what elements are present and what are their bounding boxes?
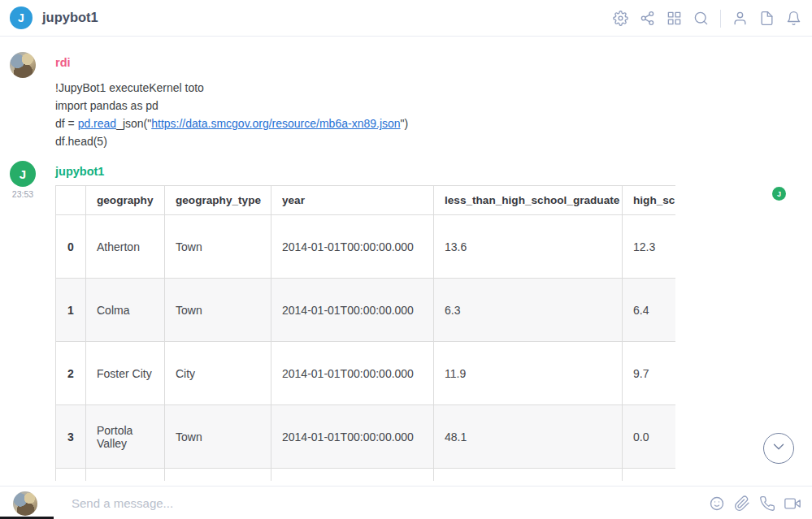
phone-icon[interactable]: [759, 495, 775, 512]
table-header-row: geography geography_type year less_than_…: [56, 186, 676, 215]
cell-year: 2014-01-01T00:00:00.000: [271, 215, 434, 279]
cell-high-school: 0.0: [623, 405, 676, 469]
cell-geography: Colma: [86, 279, 165, 342]
message-timestamp: 23:53: [10, 189, 36, 199]
emoji-icon[interactable]: [709, 495, 725, 512]
cell-less-than-hs: 48.1: [434, 405, 623, 469]
col-header-less-than-hs: less_than_high_school_graduate: [434, 186, 623, 215]
cell-year: 2014-01-01T00:00:00.000: [271, 342, 434, 405]
link-json-url[interactable]: https://data.smcgov.org/resource/mb6a-xn…: [151, 117, 400, 130]
jump-to-bottom-button[interactable]: [763, 433, 794, 464]
cell-less-than-hs: 13.6: [434, 215, 623, 279]
message-line: df = pd.read_json("https://data.smcgov.o…: [55, 115, 408, 132]
cell-geography: Foster City: [86, 342, 165, 405]
message-input[interactable]: [72, 491, 640, 514]
col-header-index: [56, 186, 86, 215]
code-text: df =: [55, 117, 78, 130]
message-author[interactable]: rdi: [55, 56, 71, 69]
cell-less-than-hs: 11.9: [434, 342, 623, 405]
bell-icon[interactable]: [786, 11, 801, 26]
dataframe-table-scroll[interactable]: geography geography_type year less_than_…: [55, 185, 675, 485]
message-body: !JupyBot1 executeKernel toto import pand…: [55, 79, 408, 150]
cell-index: 2: [56, 342, 86, 405]
self-avatar: [13, 491, 37, 516]
cell-high-school: 9.7: [623, 342, 676, 405]
message-line: df.head(5): [55, 132, 408, 150]
file-icon[interactable]: [759, 11, 775, 26]
apps-grid-icon[interactable]: [667, 11, 682, 26]
video-icon[interactable]: [784, 495, 801, 512]
col-header-geography: geography: [86, 186, 165, 215]
chat-window: J jupybot1: [0, 0, 812, 519]
message-line: !JupyBot1 executeKernel toto: [55, 79, 408, 97]
code-text: "): [401, 117, 409, 130]
cell-geography-type: Town: [165, 279, 271, 342]
cell-less-than-hs: 6.3: [434, 279, 623, 342]
channel-avatar[interactable]: J: [10, 6, 33, 29]
header-toolbar: [613, 0, 801, 37]
cell-index: 0: [56, 215, 86, 279]
channel-title: jupybot1: [42, 10, 98, 25]
channel-header: J jupybot1: [0, 0, 812, 37]
cell-geography: Portola Valley: [86, 405, 165, 469]
cell-geography-type: Town: [165, 405, 271, 469]
table-row-clipped: [56, 469, 676, 481]
bot-avatar[interactable]: J: [10, 161, 36, 187]
table-row: 2 Foster City City 2014-01-01T00:00:00.0…: [56, 342, 676, 405]
cell-index: 1: [56, 279, 86, 342]
table-row: 1 Colma Town 2014-01-01T00:00:00.000 6.3…: [56, 279, 676, 342]
cell-year: 2014-01-01T00:00:00.000: [271, 279, 434, 342]
message-line: import pandas as pd: [55, 97, 408, 115]
col-header-high-school: high_sc: [623, 186, 676, 215]
dataframe-table: geography geography_type year less_than_…: [55, 185, 675, 481]
message-composer: [0, 486, 812, 519]
members-icon[interactable]: [732, 11, 748, 26]
link-pd-read[interactable]: pd.read: [78, 117, 116, 130]
cell-year: 2014-01-01T00:00:00.000: [271, 405, 434, 469]
chevron-down-icon: [770, 438, 788, 459]
col-header-year: year: [271, 186, 434, 215]
settings-icon[interactable]: [613, 11, 628, 26]
composer-actions: [709, 487, 801, 519]
cell-geography: Atherton: [86, 215, 165, 279]
code-text: _json(": [116, 117, 151, 130]
cell-high-school: 12.3: [623, 215, 676, 279]
cell-high-school: 6.4: [623, 279, 676, 342]
header-divider: [720, 10, 721, 28]
attachment-icon[interactable]: [734, 495, 750, 512]
unread-marker-avatar: J: [772, 187, 786, 201]
cell-index: 3: [56, 405, 86, 469]
cell-geography-type: Town: [165, 215, 271, 279]
message-author[interactable]: jupybot1: [55, 165, 104, 178]
cell-geography-type: City: [165, 342, 271, 405]
table-row: 3 Portola Valley Town 2014-01-01T00:00:0…: [56, 405, 676, 469]
table-row: 0 Atherton Town 2014-01-01T00:00:00.000 …: [56, 215, 676, 279]
col-header-geography-type: geography_type: [165, 186, 271, 215]
share-icon[interactable]: [640, 11, 655, 26]
search-icon[interactable]: [693, 11, 709, 26]
avatar[interactable]: [10, 52, 36, 78]
